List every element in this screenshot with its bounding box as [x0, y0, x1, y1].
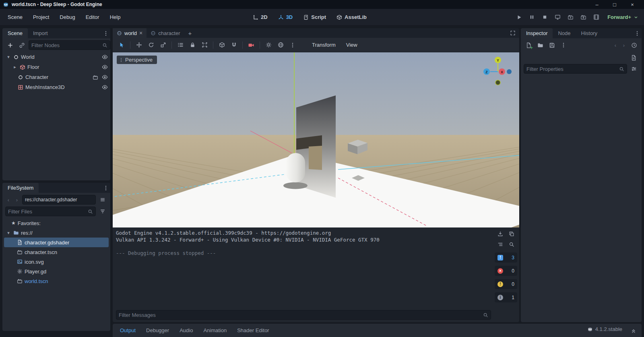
preview-sun-button[interactable]: [264, 40, 273, 50]
snap-toggle-button[interactable]: [229, 40, 239, 50]
lock-node-button[interactable]: [188, 40, 197, 50]
property-filter-menu-button[interactable]: [629, 64, 639, 74]
filter-nodes-input[interactable]: [29, 40, 110, 50]
menu-project[interactable]: Project: [28, 12, 54, 23]
scene-dock-menu-button[interactable]: [101, 28, 110, 38]
resource-menu-button[interactable]: [559, 40, 568, 50]
visibility-eye-icon[interactable]: [102, 84, 108, 90]
stop-button[interactable]: [539, 12, 551, 23]
visibility-eye-icon[interactable]: [102, 64, 108, 70]
display-mode-button[interactable]: [98, 195, 107, 205]
history-forward-button[interactable]: ›: [621, 40, 627, 50]
filesystem-dock-menu-button[interactable]: [101, 183, 110, 193]
scene-tab-world[interactable]: world ×: [113, 28, 147, 38]
tool-scale-button[interactable]: [158, 40, 168, 50]
visibility-eye-icon[interactable]: [102, 74, 108, 80]
tab-history[interactable]: History: [576, 28, 603, 38]
bottom-tab-animation[interactable]: Animation: [198, 326, 231, 335]
new-scene-tab-button[interactable]: +: [184, 28, 196, 38]
bottom-tab-shader-editor[interactable]: Shader Editor: [232, 326, 274, 335]
tree-row-floor[interactable]: ▸ Floor: [2, 62, 110, 72]
tree-row-icon-svg[interactable]: icon.svg: [2, 257, 110, 267]
workspace-assetlib-button[interactable]: AssetLib: [333, 12, 370, 22]
selectable-nodes-list-button[interactable]: [175, 40, 185, 50]
load-resource-button[interactable]: [535, 40, 545, 50]
tab-inspector[interactable]: Inspector: [521, 28, 553, 38]
expand-bottom-panel-button[interactable]: [629, 326, 638, 336]
camera-preview-button[interactable]: [246, 40, 256, 50]
add-node-button[interactable]: [5, 40, 15, 50]
visibility-eye-icon[interactable]: [102, 54, 108, 60]
current-path-input[interactable]: [22, 195, 96, 205]
view-menu-button[interactable]: View: [342, 40, 361, 50]
save-resource-button[interactable]: [547, 40, 557, 50]
pause-button[interactable]: [526, 12, 538, 23]
save-log-button[interactable]: [495, 229, 505, 239]
tab-scene[interactable]: Scene: [2, 28, 28, 38]
group-nodes-button[interactable]: [200, 40, 209, 50]
tab-import[interactable]: Import: [28, 28, 53, 38]
menu-editor[interactable]: Editor: [80, 12, 105, 23]
sun-environment-menu-button[interactable]: [288, 40, 297, 50]
perspective-menu-button[interactable]: Perspective: [117, 56, 157, 64]
bottom-tab-audio[interactable]: Audio: [175, 326, 198, 335]
expand-caret-icon[interactable]: ▸: [12, 64, 18, 70]
axis-gizmo[interactable]: Y Z X: [483, 57, 512, 85]
tree-row-meshinstance3d[interactable]: MeshInstance3D: [2, 82, 110, 92]
tab-node[interactable]: Node: [553, 28, 576, 38]
object-history-button[interactable]: [629, 40, 639, 50]
play-button[interactable]: [513, 12, 525, 23]
nav-forward-button[interactable]: ›: [14, 195, 20, 205]
filter-files-input[interactable]: [5, 207, 96, 216]
play-custom-scene-button[interactable]: [578, 12, 589, 23]
open-docs-button[interactable]: [629, 53, 638, 62]
sort-files-button[interactable]: [98, 207, 107, 216]
menu-scene[interactable]: Scene: [2, 12, 28, 23]
inspector-dock-menu-button[interactable]: [633, 28, 642, 38]
toggle-errors-button[interactable]: × 0: [495, 266, 517, 276]
maximize-button[interactable]: □: [606, 0, 623, 9]
tree-row-favorites[interactable]: ★ Favorites:: [2, 218, 110, 228]
instance-scene-button[interactable]: [17, 40, 27, 50]
nav-back-button[interactable]: ‹: [5, 195, 12, 205]
tree-row-world[interactable]: ▾ World: [2, 52, 110, 62]
close-tab-icon[interactable]: ×: [139, 30, 142, 36]
toggle-log-messages-button[interactable]: ! 3: [495, 252, 517, 263]
play-scene-button[interactable]: [565, 12, 576, 23]
workspace-script-button[interactable]: Script: [300, 12, 329, 22]
viewport-3d[interactable]: Y Z X Perspective: [113, 52, 519, 227]
open-scene-icon[interactable]: [93, 74, 98, 80]
tool-rotate-button[interactable]: [146, 40, 156, 50]
version-label[interactable]: 4.1.2.stable: [595, 326, 622, 332]
workspace-3d-button[interactable]: 3D: [275, 12, 296, 22]
close-button[interactable]: ×: [623, 0, 641, 9]
local-space-button[interactable]: [217, 40, 227, 50]
bottom-tab-debugger[interactable]: Debugger: [141, 326, 174, 335]
toggle-info-button[interactable]: i 1: [495, 292, 517, 302]
distraction-free-button[interactable]: [506, 28, 519, 38]
new-resource-button[interactable]: [524, 40, 533, 50]
transform-menu-button[interactable]: Transform: [308, 40, 340, 50]
tree-row-player-gd[interactable]: Player.gd: [2, 267, 110, 276]
tree-row-world-tscn[interactable]: world.tscn: [2, 276, 110, 286]
play-remote-button[interactable]: [552, 12, 564, 23]
movie-maker-button[interactable]: [590, 12, 602, 23]
collapse-duplicates-button[interactable]: [495, 240, 505, 249]
copy-log-button[interactable]: [507, 229, 516, 239]
collapse-caret-icon[interactable]: ▾: [6, 230, 11, 236]
bottom-tab-output[interactable]: Output: [115, 326, 140, 335]
tree-row-character[interactable]: Character: [2, 72, 110, 82]
output-log[interactable]: Godot Engine v4.1.2.stable.official.399c…: [116, 230, 491, 310]
collapse-caret-icon[interactable]: ▾: [6, 54, 11, 60]
history-back-button[interactable]: ‹: [612, 40, 619, 50]
workspace-2d-button[interactable]: 2D: [250, 12, 271, 22]
scene-tab-character[interactable]: character: [147, 28, 184, 38]
tree-row-character-gdshader[interactable]: character.gdshader: [4, 238, 109, 247]
filesystem-title[interactable]: FileSystem: [2, 183, 39, 193]
menu-debug[interactable]: Debug: [54, 12, 80, 23]
tree-row-character-tscn[interactable]: character.tscn: [2, 247, 110, 257]
preview-environment-button[interactable]: [276, 40, 285, 50]
minimize-button[interactable]: –: [588, 0, 606, 9]
menu-help[interactable]: Help: [105, 12, 126, 23]
tool-move-button[interactable]: [134, 40, 144, 50]
